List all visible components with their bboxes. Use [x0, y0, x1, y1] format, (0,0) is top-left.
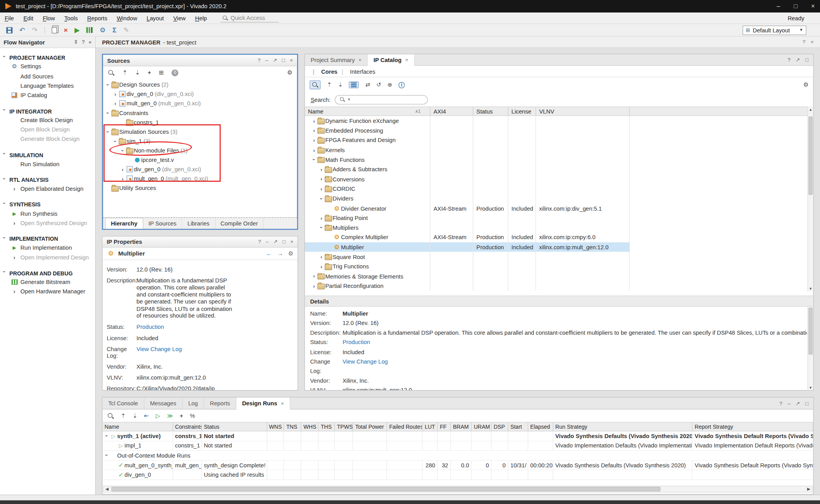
tree-item[interactable]: ipcore_test.v — [103, 155, 297, 165]
chevron-down-icon[interactable]: › — [2, 237, 8, 241]
table-row[interactable]: CORDIC — [305, 184, 630, 193]
forward-icon[interactable]: → — [277, 250, 283, 257]
close-tab-icon[interactable]: × — [405, 57, 408, 63]
column-header[interactable]: Constraints — [173, 422, 202, 431]
menu-item[interactable]: Flow — [38, 13, 59, 23]
run-icon[interactable]: ▶ — [75, 26, 80, 34]
tree-item[interactable]: Design Sources (2) — [103, 80, 297, 89]
float-icon[interactable]: ↗ — [796, 400, 800, 406]
flow-navigator-item[interactable]: Open Block Design — [0, 125, 95, 135]
collapse-all-icon[interactable]: ⇡ — [122, 69, 127, 76]
table-row[interactable]: Partial Reconfiguration — [305, 281, 630, 291]
tree-item[interactable]: Utility Sources — [103, 183, 297, 193]
column-header[interactable]: Total Power — [353, 422, 387, 431]
column-header[interactable]: TPWS — [335, 422, 353, 431]
settings-gear-icon[interactable]: ⚙ — [100, 26, 106, 34]
tree-chevron-icon[interactable] — [311, 118, 317, 124]
collapse-all-icon[interactable]: ⇡ — [121, 412, 125, 419]
scroll-up-icon[interactable]: ▲ — [809, 106, 812, 112]
column-header[interactable]: Start — [508, 422, 528, 431]
tree-chevron-icon[interactable] — [319, 176, 324, 182]
flow-navigator-item[interactable]: Run Synthesis — [0, 209, 95, 218]
float-icon[interactable]: ↗ — [273, 239, 278, 245]
chevron-down-icon[interactable]: › — [2, 153, 8, 157]
tree-chevron-icon[interactable] — [319, 195, 324, 201]
refresh-icon[interactable]: ↺ — [376, 82, 381, 88]
expand-all-icon[interactable]: ⇣ — [338, 82, 342, 88]
tree-item[interactable]: sim_1 (3) — [103, 136, 297, 146]
create-run-icon[interactable]: + — [180, 413, 183, 419]
help-icon[interactable]: ? — [802, 39, 805, 45]
catalog-scrollbar[interactable]: ▲ ▼ — [808, 106, 813, 291]
edit-pencil-icon[interactable]: ✎ — [123, 26, 129, 34]
tree-chevron-icon[interactable] — [319, 225, 324, 231]
tree-item[interactable]: div_gen_0 (div_gen_0.xci) — [103, 165, 297, 174]
delete-icon[interactable]: × — [64, 26, 68, 34]
tree-chevron-icon[interactable] — [311, 137, 317, 143]
table-row[interactable]: Complex Multiplier AXI4-Stream Productio… — [305, 232, 630, 242]
float-icon[interactable]: ↗ — [273, 57, 277, 63]
details-scrollbar[interactable]: ▼ — [808, 307, 813, 391]
table-row[interactable]: Trig Functions — [305, 262, 630, 272]
column-header[interactable]: URAM — [472, 422, 492, 431]
save-icon[interactable] — [6, 27, 12, 33]
collapse-pane-icon[interactable]: « — [89, 39, 91, 45]
flow-section-header[interactable]: › IP INTEGRATOR — [0, 107, 95, 115]
table-row[interactable]: impl_1 constrs_1 Not started — [102, 441, 813, 451]
tree-item[interactable]: constrs_1 — [103, 117, 297, 127]
launch-runs-icon[interactable]: ▷ — [156, 412, 160, 419]
column-header[interactable]: THS — [319, 422, 335, 431]
tree-chevron-icon[interactable] — [311, 147, 317, 153]
sigma-reports-icon[interactable]: Σ — [112, 26, 116, 34]
tree-chevron-icon[interactable] — [120, 147, 126, 153]
flow-section-header[interactable]: › SIMULATION — [0, 151, 95, 159]
redo-icon[interactable]: ↷ — [32, 26, 38, 34]
column-header[interactable]: Status — [202, 422, 267, 431]
table-row[interactable]: div_gen_0 Using cached IP results — [102, 470, 813, 480]
scroll-left-icon[interactable]: ◀ — [103, 487, 110, 492]
minimize-window-button[interactable]: – — [777, 3, 780, 10]
table-row[interactable]: synth_1 (active) constrs_1 Not started — [102, 431, 813, 441]
flow-navigator-item[interactable]: Open Elaborated Design — [0, 184, 95, 193]
flow-section-header[interactable]: › RTL ANALYSIS — [0, 176, 95, 184]
table-row[interactable]: Math Functions — [305, 155, 630, 165]
table-row[interactable]: Floating Point — [305, 213, 630, 223]
table-row[interactable]: Multipliers — [305, 223, 630, 232]
chevron-down-icon[interactable]: › — [2, 271, 8, 275]
menu-item[interactable]: Window — [112, 13, 142, 23]
tree-chevron-icon[interactable] — [120, 166, 126, 172]
tree-chevron-icon[interactable] — [112, 138, 118, 144]
help-icon[interactable]: ? — [258, 57, 260, 63]
catalog-subtab[interactable]: Interfaces — [340, 68, 378, 75]
minimize-icon[interactable]: – — [265, 57, 268, 63]
flow-navigator-item[interactable]: Add Sources — [0, 71, 95, 81]
table-row[interactable]: FPGA Features and Design — [305, 135, 630, 145]
reset-runs-icon[interactable]: ⇤ — [144, 412, 149, 419]
undo-icon[interactable]: ↶ — [20, 26, 25, 34]
flow-navigator-item[interactable]: IP Catalog — [0, 91, 95, 100]
table-row[interactable]: Square Root — [305, 252, 630, 262]
sources-panel-header[interactable]: Sources ? – ↗ □ × — [103, 55, 297, 66]
table-row[interactable]: Dynamic Function eXchange — [305, 116, 630, 126]
chevron-down-icon[interactable]: › — [2, 55, 8, 60]
gear-icon[interactable]: ⚙ — [287, 69, 292, 76]
column-header[interactable]: DSP — [492, 422, 508, 431]
scrollbar-thumb[interactable] — [111, 487, 660, 492]
bottom-tab[interactable]: Tcl Console × — [102, 398, 144, 409]
workspace-tab[interactable]: IP Catalog × — [368, 54, 415, 66]
column-header-name[interactable]: Name ∧1 — [305, 107, 430, 115]
menu-item[interactable]: Layout — [142, 13, 168, 23]
menu-item[interactable]: Help — [191, 13, 212, 23]
close-tab-icon[interactable]: × — [358, 57, 362, 63]
tree-chevron-icon[interactable] — [112, 91, 118, 97]
column-header[interactable]: Failed Routes — [387, 422, 422, 431]
tree-chevron-icon[interactable] — [112, 101, 118, 106]
menu-item[interactable]: View — [169, 13, 191, 23]
horizontal-scrollbar[interactable]: ◀ ▶ — [103, 486, 813, 492]
column-header[interactable]: Elapsed — [528, 422, 553, 431]
tree-chevron-icon[interactable] — [105, 129, 111, 135]
quick-access-search[interactable]: Quick Access — [220, 14, 278, 23]
column-header[interactable]: Report Strategy — [693, 422, 813, 431]
help-icon[interactable]: ? — [779, 400, 782, 406]
flow-navigator-item[interactable]: Open Hardware Manager — [0, 287, 95, 296]
